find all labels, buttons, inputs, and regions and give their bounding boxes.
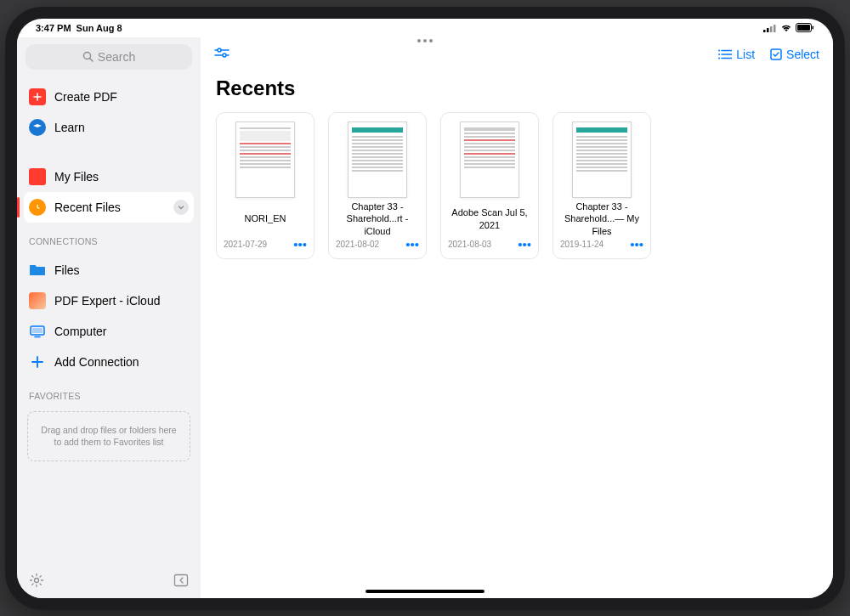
signal-icon bbox=[763, 24, 777, 32]
sidebar-item-label: Add Connection bbox=[54, 355, 139, 369]
search-input[interactable]: Search bbox=[26, 44, 192, 70]
folder-blue-icon bbox=[29, 262, 46, 279]
sidebar-item-add-connection[interactable]: Add Connection bbox=[17, 347, 201, 377]
svg-rect-5 bbox=[797, 25, 810, 31]
page-title: Recents bbox=[201, 71, 833, 112]
sidebar-item-label: Files bbox=[54, 263, 80, 277]
settings-button[interactable] bbox=[29, 573, 44, 588]
sidebar-item-my-files[interactable]: My Files bbox=[17, 161, 201, 192]
svg-point-13 bbox=[35, 578, 39, 582]
chevron-down-icon[interactable] bbox=[173, 200, 189, 215]
file-thumbnail bbox=[348, 122, 407, 198]
sidebar: Search Create PDF Learn bbox=[17, 37, 201, 598]
favorites-drop-zone[interactable]: Drag and drop files or folders here to a… bbox=[27, 411, 190, 461]
svg-rect-14 bbox=[175, 574, 188, 585]
sidebar-item-label: Learn bbox=[54, 121, 85, 134]
svg-rect-0 bbox=[763, 30, 766, 32]
svg-point-24 bbox=[718, 57, 720, 59]
svg-rect-2 bbox=[770, 26, 773, 32]
computer-icon bbox=[29, 323, 46, 340]
list-view-button[interactable]: List bbox=[718, 48, 755, 61]
file-thumbnail bbox=[460, 122, 519, 198]
svg-point-16 bbox=[218, 48, 221, 52]
learn-icon bbox=[29, 119, 46, 136]
status-date: Sun Aug 8 bbox=[76, 23, 122, 33]
search-icon bbox=[82, 51, 94, 62]
svg-point-18 bbox=[223, 54, 226, 57]
file-title: Chapter 33 - Sharehold...— My Files bbox=[560, 206, 643, 232]
sidebar-item-learn[interactable]: Learn bbox=[17, 112, 201, 143]
collapse-icon bbox=[173, 573, 189, 588]
sliders-icon bbox=[214, 48, 230, 61]
sidebar-item-pdf-expert-icloud[interactable]: PDF Expert - iCloud bbox=[17, 285, 201, 316]
more-icon[interactable]: ••• bbox=[518, 237, 531, 251]
sidebar-item-computer[interactable]: Computer bbox=[17, 316, 201, 347]
svg-point-23 bbox=[718, 54, 720, 55]
svg-line-8 bbox=[89, 59, 93, 62]
file-date: 2019-11-24 bbox=[560, 240, 604, 249]
toolbar: List Select bbox=[201, 37, 833, 71]
sidebar-item-recent-files[interactable]: Recent Files bbox=[24, 192, 194, 223]
wifi-icon bbox=[780, 24, 792, 32]
select-label: Select bbox=[786, 48, 819, 61]
status-bar: 3:47 PM Sun Aug 8 bbox=[17, 19, 833, 37]
more-icon[interactable]: ••• bbox=[293, 237, 307, 251]
list-icon bbox=[718, 49, 732, 59]
battery-icon bbox=[796, 23, 814, 32]
sidebar-item-label: Computer bbox=[54, 325, 106, 338]
folder-icon bbox=[29, 168, 46, 185]
svg-point-22 bbox=[718, 49, 720, 51]
file-card[interactable]: Chapter 33 - Sharehold...— My Files 2019… bbox=[552, 112, 651, 259]
file-card[interactable]: Adobe Scan Jul 5, 2021 2021-08-03 ••• bbox=[440, 112, 539, 259]
svg-rect-1 bbox=[767, 28, 769, 32]
file-thumbnail bbox=[572, 122, 632, 198]
status-time: 3:47 PM bbox=[36, 23, 71, 33]
file-card[interactable]: Chapter 33 - Sharehold...rt - iCloud 202… bbox=[328, 112, 427, 259]
multitask-icon[interactable] bbox=[417, 39, 433, 42]
file-date: 2021-07-29 bbox=[224, 240, 267, 249]
connections-header: CONNECTIONS bbox=[17, 228, 201, 250]
file-card[interactable]: NORI_EN 2021-07-29 ••• bbox=[216, 112, 314, 259]
gear-icon bbox=[29, 573, 44, 588]
home-indicator[interactable] bbox=[366, 590, 484, 593]
plus-icon bbox=[29, 353, 46, 370]
svg-rect-3 bbox=[774, 25, 776, 32]
search-placeholder: Search bbox=[98, 50, 135, 64]
sidebar-item-label: Create PDF bbox=[54, 90, 117, 104]
file-date: 2021-08-03 bbox=[448, 240, 491, 249]
file-title: Adobe Scan Jul 5, 2021 bbox=[448, 206, 531, 232]
sidebar-item-files[interactable]: Files bbox=[17, 255, 201, 285]
check-square-icon bbox=[770, 48, 782, 60]
sidebar-item-create-pdf[interactable]: Create PDF bbox=[17, 82, 201, 112]
file-title: NORI_EN bbox=[245, 206, 286, 232]
main-content: List Select Recents NORI_EN 20 bbox=[201, 37, 833, 598]
more-icon[interactable]: ••• bbox=[405, 237, 419, 251]
filter-button[interactable] bbox=[214, 48, 230, 61]
file-date: 2021-08-02 bbox=[336, 240, 379, 249]
file-thumbnail bbox=[235, 122, 295, 198]
svg-rect-6 bbox=[813, 26, 814, 30]
file-grid: NORI_EN 2021-07-29 ••• Chapter 33 - Shar… bbox=[201, 112, 833, 259]
create-pdf-icon bbox=[29, 88, 46, 105]
collapse-sidebar-button[interactable] bbox=[173, 573, 189, 588]
pdf-expert-icon bbox=[29, 292, 46, 309]
sidebar-item-label: My Files bbox=[54, 170, 99, 184]
favorites-header: FAVORITES bbox=[17, 382, 201, 404]
list-label: List bbox=[736, 48, 755, 61]
svg-rect-11 bbox=[32, 328, 42, 333]
clock-icon bbox=[29, 199, 46, 216]
more-icon[interactable]: ••• bbox=[630, 237, 643, 251]
select-button[interactable]: Select bbox=[770, 48, 819, 61]
file-title: Chapter 33 - Sharehold...rt - iCloud bbox=[336, 206, 419, 232]
sidebar-item-label: PDF Expert - iCloud bbox=[54, 294, 160, 308]
sidebar-item-label: Recent Files bbox=[54, 201, 121, 214]
